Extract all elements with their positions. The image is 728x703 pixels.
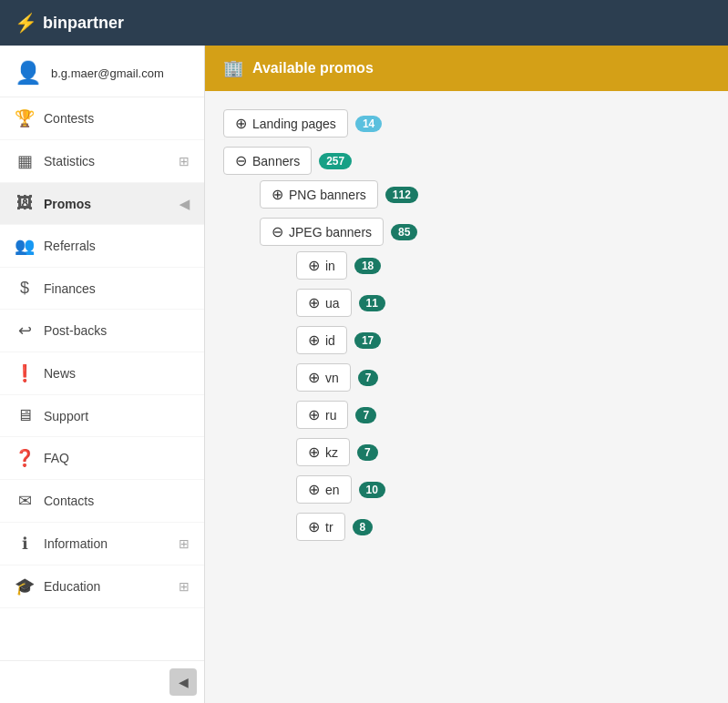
sidebar-item-statistics[interactable]: ▦ Statistics ⊞ <box>0 140 204 183</box>
vn-badge: 7 <box>358 370 379 386</box>
toggle-jpeg-banners-button[interactable]: ⊖ JPEG banners <box>260 218 384 246</box>
sidebar-item-education[interactable]: 🎓 Education ⊞ <box>0 565 204 608</box>
tree-item-jpeg-banners: ⊖ JPEG banners 85 ⊕ <box>260 218 710 541</box>
graduation-icon: 🎓 <box>15 576 35 596</box>
toggle-en-button[interactable]: ⊕ en <box>296 475 352 504</box>
toggle-png-banners-button[interactable]: ⊕ PNG banners <box>260 180 378 209</box>
promo-body: ⊕ Landing pages 14 ⊖ Banners 257 <box>205 91 728 568</box>
sidebar-item-label: Post-backs <box>44 323 190 338</box>
expand-icon: ⊞ <box>179 536 190 551</box>
trophy-icon: 🏆 <box>15 108 35 128</box>
tree-item-kz: ⊕ kz 7 <box>296 438 710 466</box>
jpeg-banners-badge: 85 <box>391 224 417 240</box>
sidebar-item-label: Contacts <box>44 494 190 508</box>
ua-label: ua <box>325 296 340 311</box>
toggle-banners-button[interactable]: ⊖ Banners <box>223 147 312 175</box>
plus-icon: ⊕ <box>308 294 320 311</box>
toggle-tr-button[interactable]: ⊕ tr <box>296 513 345 541</box>
tree-row: ⊕ vn 7 <box>296 363 710 392</box>
ru-label: ru <box>325 408 336 423</box>
landing-pages-label: Landing pages <box>252 117 336 131</box>
sidebar-item-label: Referrals <box>44 239 190 253</box>
ru-badge: 7 <box>355 407 376 423</box>
minus-icon: ⊖ <box>235 152 247 169</box>
tree-row: ⊕ id 17 <box>296 326 710 354</box>
kz-label: kz <box>325 445 338 460</box>
tr-badge: 8 <box>353 519 374 535</box>
tree-row: ⊖ Banners 257 <box>223 147 710 175</box>
user-email: b.g.maer@gmail.com <box>51 66 164 80</box>
promo-header: 🏢 Available promos <box>205 46 728 91</box>
sidebar-item-finances[interactable]: $ Finances <box>0 268 204 310</box>
landing-pages-badge: 14 <box>355 116 382 132</box>
banners-label: Banners <box>252 154 300 168</box>
sidebar-item-faq[interactable]: ❓ FAQ <box>0 437 204 480</box>
sidebar-item-postbacks[interactable]: ↩ Post-backs <box>0 310 204 352</box>
toggle-ru-button[interactable]: ⊕ ru <box>296 401 348 429</box>
kz-badge: 7 <box>357 444 378 461</box>
toggle-in-button[interactable]: ⊕ in <box>296 251 347 280</box>
info-icon: ℹ <box>15 534 35 554</box>
tree-item-landing-pages: ⊕ Landing pages 14 <box>223 109 710 138</box>
ua-badge: 11 <box>359 295 385 311</box>
plus-icon: ⊕ <box>308 518 320 535</box>
plus-icon: ⊕ <box>308 443 320 461</box>
tree-item-ua: ⊕ ua 11 <box>296 289 710 317</box>
plus-icon: ⊕ <box>308 331 320 349</box>
id-label: id <box>325 333 335 348</box>
reply-icon: ↩ <box>15 321 35 341</box>
jpeg-banners-label: JPEG banners <box>289 225 372 239</box>
plus-icon: ⊕ <box>235 115 247 132</box>
tr-label: tr <box>325 520 333 535</box>
sidebar-item-contests[interactable]: 🏆 Contests <box>0 97 204 140</box>
sidebar-item-label: FAQ <box>44 451 190 465</box>
sidebar-item-label: Education <box>44 579 169 594</box>
sidebar-item-contacts[interactable]: ✉ Contacts <box>0 480 204 523</box>
tree-item-in: ⊕ in 18 <box>296 251 710 280</box>
topbar: ⚡ binpartner <box>0 0 728 46</box>
tree-row: ⊕ tr 8 <box>296 513 710 541</box>
id-badge: 17 <box>354 332 381 349</box>
content-area: 🏢 Available promos ⊕ Landing pages 14 ⊖ <box>205 46 728 703</box>
plus-icon: ⊕ <box>308 406 320 423</box>
sidebar-item-support[interactable]: 🖥 Support <box>0 395 204 437</box>
envelope-icon: ✉ <box>15 491 35 511</box>
toggle-kz-button[interactable]: ⊕ kz <box>296 438 350 466</box>
sidebar-item-promos[interactable]: 🖼 Promos ◀ <box>0 183 204 225</box>
tree-row: ⊕ en 10 <box>296 475 710 504</box>
toggle-landing-pages-button[interactable]: ⊕ Landing pages <box>223 109 348 138</box>
logo-text: binpartner <box>43 14 124 33</box>
user-profile[interactable]: 👤 b.g.maer@gmail.com <box>0 46 204 97</box>
sidebar-item-label: Finances <box>44 281 190 296</box>
monitor-icon: 🖥 <box>15 406 35 425</box>
png-banners-label: PNG banners <box>289 188 366 202</box>
sidebar-item-referrals[interactable]: 👥 Referrals <box>0 225 204 268</box>
en-badge: 10 <box>359 482 385 498</box>
tree-row: ⊕ PNG banners 112 <box>260 180 710 209</box>
plus-icon: ⊕ <box>308 369 320 386</box>
toggle-id-button[interactable]: ⊕ id <box>296 326 347 354</box>
bolt-icon: ⚡ <box>15 12 37 34</box>
sidebar-item-label: Support <box>44 409 190 423</box>
toggle-vn-button[interactable]: ⊕ vn <box>296 363 351 392</box>
jpeg-banners-children: ⊕ in 18 ⊕ <box>296 251 710 541</box>
tree-item-id: ⊕ id 17 <box>296 326 710 354</box>
tree-row: ⊖ JPEG banners 85 <box>260 218 710 246</box>
sidebar-nav: 🏆 Contests ▦ Statistics ⊞ 🖼 Promos ◀ 👥 R… <box>0 97 204 660</box>
en-label: en <box>325 483 340 497</box>
toggle-ua-button[interactable]: ⊕ ua <box>296 289 352 317</box>
sidebar-item-label: Promos <box>44 197 170 211</box>
dollar-icon: $ <box>15 279 35 298</box>
tree-row: ⊕ kz 7 <box>296 438 710 466</box>
tree-row: ⊕ Landing pages 14 <box>223 109 710 138</box>
tree-row: ⊕ in 18 <box>296 251 710 280</box>
sidebar-item-label: News <box>44 366 190 381</box>
main-layout: 👤 b.g.maer@gmail.com 🏆 Contests ▦ Statis… <box>0 46 728 703</box>
sidebar-item-news[interactable]: ❗ News <box>0 352 204 395</box>
sidebar: 👤 b.g.maer@gmail.com 🏆 Contests ▦ Statis… <box>0 46 205 703</box>
sidebar-item-information[interactable]: ℹ Information ⊞ <box>0 523 204 565</box>
promo-header-icon: 🏢 <box>223 58 243 78</box>
collapse-sidebar-button[interactable]: ◀ <box>169 668 197 696</box>
png-banners-badge: 112 <box>385 187 418 203</box>
in-badge: 18 <box>354 258 381 274</box>
